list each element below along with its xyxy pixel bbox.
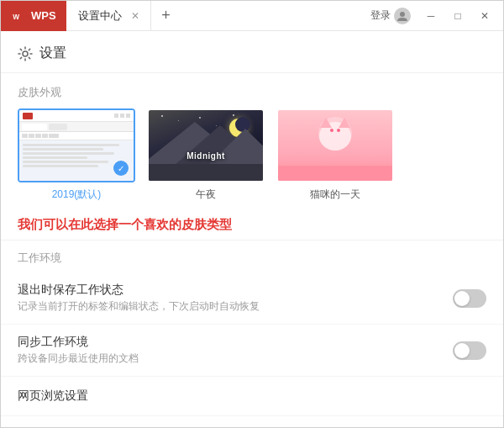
titlebar-right: 登录 ─ □ ✕ bbox=[365, 4, 503, 28]
toggle-item-sync-env[interactable]: 同步工作环境 跨设备同步最近使用的文档 bbox=[1, 325, 503, 377]
skin-card-cat[interactable]: 猫咪的一天 bbox=[276, 108, 394, 202]
midnight-overlay-text: Midnight bbox=[186, 151, 225, 161]
menu-item-open-office[interactable]: 打开办公中心 bbox=[1, 416, 503, 427]
login-button[interactable]: 登录 bbox=[365, 6, 416, 26]
tab-settings-label: 设置中心 bbox=[78, 8, 122, 24]
settings-title: 设置 bbox=[39, 45, 66, 62]
wps-logo-tab[interactable]: W WPS bbox=[1, 1, 66, 31]
maximize-button[interactable]: □ bbox=[446, 4, 470, 28]
toggle-knob-1 bbox=[454, 291, 470, 306]
minimize-button[interactable]: ─ bbox=[419, 4, 443, 28]
annotation-row: 我们可以在此选择一个喜欢的皮肤类型 bbox=[1, 214, 503, 240]
skin-selected-check: ✓ bbox=[113, 161, 129, 176]
tab-close-button[interactable]: ✕ bbox=[129, 9, 142, 23]
toggle-desc-1: 记录当前打开的标签和编辑状态，下次启动时自动恢复 bbox=[18, 299, 453, 314]
skin-card-2019[interactable]: ✓ 2019(默认) bbox=[18, 108, 135, 202]
work-env-section-label: 工作环境 bbox=[1, 240, 503, 272]
gear-icon bbox=[18, 46, 33, 61]
new-tab-button[interactable]: + bbox=[155, 4, 178, 28]
toggle-title-1: 退出时保存工作状态 bbox=[18, 283, 453, 298]
annotation-text: 我们可以在此选择一个喜欢的皮肤类型 bbox=[18, 217, 232, 231]
toggle-item-left-1: 退出时保存工作状态 记录当前打开的标签和编辑状态，下次启动时自动恢复 bbox=[18, 283, 453, 314]
skin-midnight-label: 午夜 bbox=[196, 188, 216, 202]
settings-header: 设置 bbox=[1, 31, 503, 73]
skin-cat-label: 猫咪的一天 bbox=[310, 188, 360, 202]
toggle-item-save-state[interactable]: 退出时保存工作状态 记录当前打开的标签和编辑状态，下次启动时自动恢复 bbox=[1, 272, 503, 325]
app-window: W WPS 设置中心 ✕ + 登录 ─ □ ✕ bbox=[0, 0, 504, 428]
close-button[interactable]: ✕ bbox=[473, 4, 496, 28]
menu-item-browser[interactable]: 网页浏览设置 bbox=[1, 377, 503, 416]
skin-section-label: 皮肤外观 bbox=[18, 73, 486, 108]
toggle-title-2: 同步工作环境 bbox=[18, 335, 453, 350]
toggle-switch-1[interactable] bbox=[453, 289, 486, 308]
settings-content: 设置 皮肤外观 bbox=[1, 31, 503, 427]
skin-2019-label: 2019(默认) bbox=[52, 188, 102, 202]
svg-point-3 bbox=[23, 51, 28, 56]
skin-preview-2019: ✓ bbox=[18, 108, 135, 182]
user-icon bbox=[396, 10, 408, 22]
tab-settings-center[interactable]: 设置中心 ✕ bbox=[66, 1, 151, 31]
toggle-switch-2[interactable] bbox=[453, 341, 486, 360]
svg-point-2 bbox=[400, 12, 405, 17]
skin-row: ✓ 2019(默认) bbox=[18, 108, 486, 214]
svg-text:W: W bbox=[13, 13, 19, 20]
skin-section: 皮肤外观 bbox=[1, 73, 503, 214]
login-label: 登录 bbox=[370, 8, 391, 23]
skin-preview-cat bbox=[276, 108, 394, 182]
wps-logo-icon: W bbox=[11, 8, 26, 24]
skin-2019-inner: ✓ bbox=[19, 110, 134, 181]
toggle-item-left-2: 同步工作环境 跨设备同步最近使用的文档 bbox=[18, 335, 453, 366]
avatar bbox=[394, 8, 411, 24]
skin-preview-midnight: Midnight bbox=[147, 108, 265, 182]
toggle-knob-2 bbox=[454, 343, 470, 358]
titlebar: W WPS 设置中心 ✕ + 登录 ─ □ ✕ bbox=[1, 1, 503, 31]
skin-card-midnight[interactable]: Midnight 午夜 bbox=[147, 108, 265, 202]
wps-label: WPS bbox=[31, 9, 56, 22]
toggle-desc-2: 跨设备同步最近使用的文档 bbox=[18, 351, 453, 366]
